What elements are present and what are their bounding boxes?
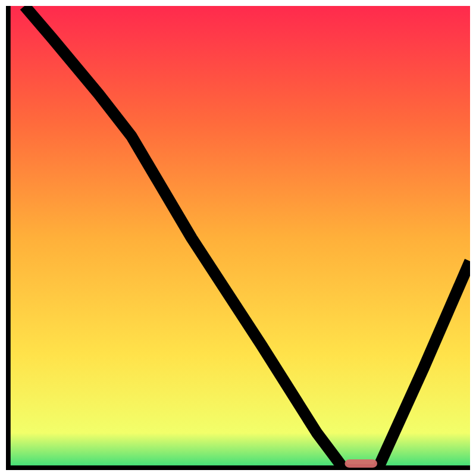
plot-area: [6, 6, 470, 470]
bottleneck-curve: [24, 6, 470, 470]
chart-svg: [6, 6, 470, 470]
gradient-background: [6, 6, 470, 470]
optimum-marker: [345, 459, 377, 468]
